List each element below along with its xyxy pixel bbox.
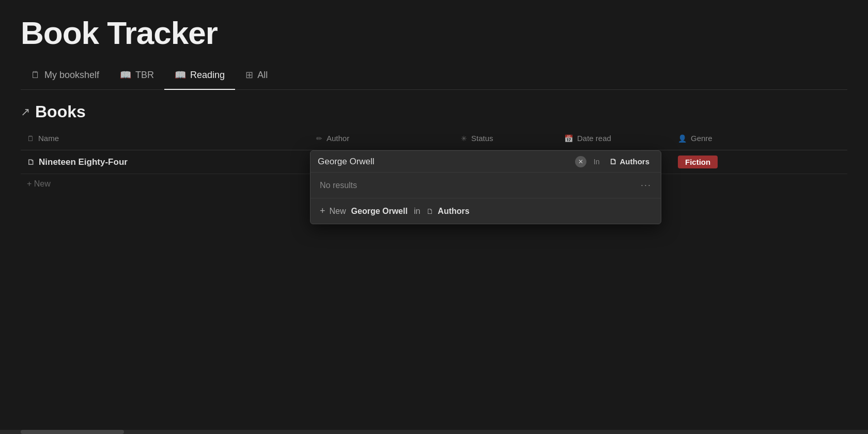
new-prefix-label: New — [330, 207, 346, 216]
clear-icon: ✕ — [578, 158, 583, 165]
author-input-row: George Orwell ✕ In 🗋 Authors — [311, 151, 661, 173]
reading-icon: 📖 — [175, 69, 186, 81]
status-col-icon: ✳ — [461, 134, 467, 143]
col-date-label: Date read — [577, 134, 611, 143]
no-results-text: No results — [320, 181, 357, 190]
new-plus-icon: + — [320, 206, 326, 216]
section-arrow-icon: ↗ — [21, 105, 30, 119]
cell-genre[interactable]: Fiction — [672, 150, 775, 174]
col-header-date: 📅 Date read — [558, 130, 672, 147]
section-header: ↗ Books — [21, 90, 847, 127]
table-row: 🗋 Nineteen Eighty-Four George Orwell ✕ I… — [21, 150, 847, 174]
tbr-icon: 📖 — [120, 69, 131, 81]
author-input[interactable]: George Orwell — [318, 157, 570, 167]
genre-badge: Fiction — [678, 156, 718, 168]
bookshelf-icon: 🗒 — [31, 70, 40, 81]
name-col-icon: 🗒 — [27, 134, 34, 143]
author-col-icon: ✏ — [316, 134, 322, 143]
tab-tbr[interactable]: 📖 TBR — [110, 61, 164, 90]
tab-my-bookshelf-label: My bookshelf — [44, 70, 99, 81]
new-authors-link-icon: 🗋 — [426, 207, 433, 215]
book-title: Nineteen Eighty-Four — [39, 157, 128, 167]
book-file-icon: 🗋 — [27, 158, 35, 166]
col-genre-label: Genre — [691, 134, 712, 143]
new-row-label: + New — [27, 179, 51, 189]
tab-reading-label: Reading — [190, 70, 225, 81]
horizontal-scrollbar[interactable] — [0, 430, 868, 434]
all-icon: ⊞ — [245, 69, 253, 81]
authors-badge: 🗋 Authors — [605, 155, 654, 168]
author-dropdown: George Orwell ✕ In 🗋 Authors No results … — [310, 150, 661, 224]
new-author-entry-row[interactable]: + New George Orwell in 🗋 Authors — [311, 198, 661, 224]
col-header-name: 🗒 Name — [21, 130, 310, 147]
in-label: In — [594, 158, 600, 166]
cell-book-name[interactable]: 🗋 Nineteen Eighty-Four — [21, 152, 310, 173]
tabs-bar: 🗒 My bookshelf 📖 TBR 📖 Reading ⊞ All — [21, 61, 847, 90]
scrollbar-thumb[interactable] — [21, 430, 124, 434]
col-name-label: Name — [38, 134, 59, 143]
genre-col-icon: 👤 — [678, 134, 687, 143]
tab-tbr-label: TBR — [135, 70, 154, 81]
tab-all-label: All — [257, 70, 268, 81]
page-container: Book Tracker 🗒 My bookshelf 📖 TBR 📖 Read… — [0, 0, 868, 194]
col-header-author: ✏ Author — [310, 130, 455, 147]
no-results-row: No results ··· — [311, 173, 661, 198]
more-options-button[interactable]: ··· — [641, 180, 652, 191]
col-author-label: Author — [327, 134, 349, 143]
col-header-genre: 👤 Genre — [672, 130, 775, 147]
tab-all[interactable]: ⊞ All — [235, 61, 278, 90]
authors-badge-label: Authors — [620, 157, 650, 166]
app-title: Book Tracker — [21, 16, 847, 51]
tab-my-bookshelf[interactable]: 🗒 My bookshelf — [21, 61, 110, 90]
books-table: 🗒 Name ✏ Author ✳ Status 📅 Date read 👤 G… — [21, 127, 847, 194]
section-title: Books — [35, 102, 86, 121]
tab-reading[interactable]: 📖 Reading — [164, 61, 235, 90]
clear-author-button[interactable]: ✕ — [575, 156, 586, 167]
date-col-icon: 📅 — [564, 134, 573, 143]
new-author-name: George Orwell — [351, 207, 408, 216]
new-in-text: in — [414, 207, 420, 216]
authors-badge-icon: 🗋 — [609, 157, 617, 166]
col-header-status: ✳ Status — [455, 130, 558, 147]
table-header: 🗒 Name ✏ Author ✳ Status 📅 Date read 👤 G… — [21, 127, 847, 150]
col-status-label: Status — [471, 134, 493, 143]
new-authors-link-label: Authors — [438, 207, 469, 216]
